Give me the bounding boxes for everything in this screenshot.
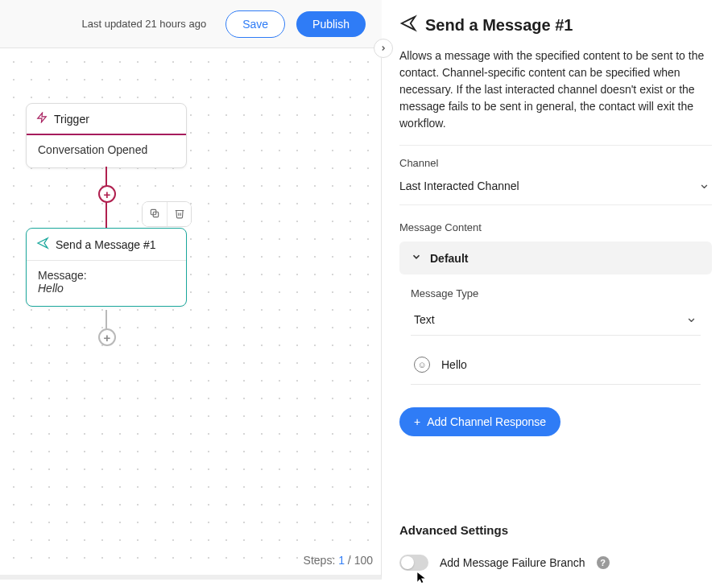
trash-icon	[174, 208, 185, 221]
send-icon	[36, 237, 49, 252]
steps-counter: Steps: 1 / 100	[304, 554, 373, 567]
last-updated-text: Last updated 21 hours ago	[81, 18, 206, 30]
failure-branch-toggle[interactable]	[399, 555, 428, 571]
channel-label: Channel	[399, 157, 712, 169]
emoji-icon[interactable]: ☺	[414, 357, 430, 373]
copy-icon	[149, 208, 160, 221]
accordion-label: Default	[430, 252, 468, 265]
bolt-icon	[36, 112, 48, 126]
top-bar: Last updated 21 hours ago Save Publish	[0, 0, 382, 48]
duplicate-button[interactable]	[143, 202, 167, 226]
publish-button[interactable]: Publish	[296, 11, 366, 37]
message-type-select[interactable]: Text	[411, 304, 701, 336]
advanced-settings-title: Advanced Settings	[399, 523, 712, 537]
workflow-canvas[interactable]: Trigger Conversation Opened + Send a Mes…	[0, 48, 382, 580]
message-preview-row[interactable]: ☺ Hello	[411, 350, 701, 385]
chevron-down-icon	[685, 311, 697, 328]
failure-branch-label: Add Message Failure Branch	[440, 556, 585, 569]
steps-total: / 100	[345, 554, 373, 567]
help-icon[interactable]: ?	[597, 556, 610, 569]
add-step-button-end[interactable]: +	[98, 328, 116, 346]
plus-icon: +	[414, 415, 420, 428]
cursor-icon	[416, 570, 427, 586]
send-node-body: Message: Hello	[27, 261, 186, 306]
save-button[interactable]: Save	[225, 10, 285, 38]
panel-description: Allows a message with the specified cont…	[399, 47, 712, 132]
send-message-node[interactable]: Send a Message #1 Message: Hello	[26, 228, 187, 307]
svg-marker-0	[38, 113, 47, 122]
message-type-label: Message Type	[411, 287, 701, 299]
send-icon	[399, 14, 417, 36]
divider	[399, 145, 712, 146]
add-channel-response-button[interactable]: + Add Channel Response	[399, 407, 560, 436]
trigger-title: Trigger	[54, 113, 89, 126]
message-type-value: Text	[414, 313, 435, 326]
message-preview-text: Hello	[441, 358, 467, 371]
channel-select[interactable]: Last Interacted Channel	[399, 174, 712, 205]
connector-line-2	[105, 310, 107, 329]
side-panel: Send a Message #1 Allows a message with …	[382, 0, 728, 580]
trigger-body: Conversation Opened	[27, 135, 186, 167]
message-label: Message:	[38, 269, 175, 282]
trigger-node-header: Trigger	[27, 104, 186, 135]
chevron-right-icon	[379, 42, 387, 55]
collapse-panel-button[interactable]	[374, 39, 393, 58]
message-content-label: Message Content	[399, 221, 712, 233]
default-accordion[interactable]: Default	[399, 241, 712, 274]
add-step-button[interactable]: +	[98, 185, 116, 203]
panel-title: Send a Message #1	[399, 14, 712, 36]
panel-title-text: Send a Message #1	[425, 16, 573, 35]
chevron-down-icon	[698, 177, 710, 195]
message-value: Hello	[38, 282, 175, 295]
node-toolbar	[142, 201, 192, 227]
failure-branch-row: Add Message Failure Branch ?	[399, 555, 712, 571]
steps-current: 1	[338, 554, 345, 567]
message-config-block: Message Type Text ☺ Hello	[399, 287, 712, 385]
chevron-down-icon	[411, 251, 422, 265]
send-node-title: Send a Message #1	[56, 238, 156, 251]
steps-prefix: Steps:	[304, 554, 339, 567]
trigger-node[interactable]: Trigger Conversation Opened	[26, 103, 187, 168]
delete-button[interactable]	[167, 202, 191, 226]
channel-value: Last Interacted Channel	[399, 180, 519, 192]
add-channel-label: Add Channel Response	[427, 415, 546, 428]
send-node-header: Send a Message #1	[27, 229, 186, 261]
